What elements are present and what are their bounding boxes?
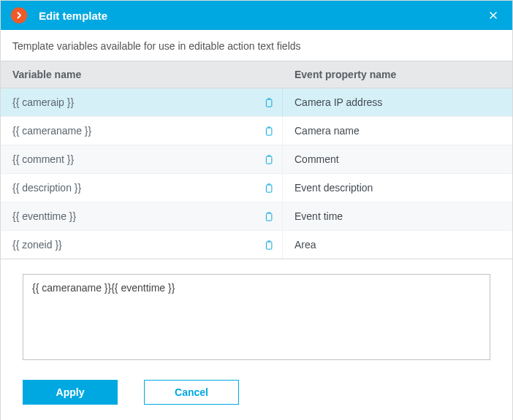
copy-button[interactable] (262, 181, 275, 194)
table-row[interactable]: {{ cameraip }} Camera IP address (1, 88, 512, 117)
variable-name: {{ cameraname }} (12, 125, 91, 137)
clipboard-icon (263, 154, 274, 165)
table-row[interactable]: {{ comment }} Comment (1, 145, 512, 174)
svg-rect-3 (266, 128, 272, 135)
edit-template-dialog: Edit template Template variables availab… (0, 0, 513, 420)
table-row[interactable]: {{ eventtime }} Event time (1, 202, 512, 231)
clipboard-icon (263, 240, 274, 251)
property-name: Event time (282, 202, 512, 230)
variable-name: {{ cameraip }} (12, 96, 74, 108)
property-name: Camera IP address (282, 88, 512, 116)
dialog-title: Edit template (39, 9, 484, 22)
copy-button[interactable] (262, 153, 275, 166)
template-editor[interactable] (23, 274, 490, 360)
property-name: Event description (282, 174, 512, 202)
copy-button[interactable] (262, 238, 275, 251)
svg-rect-7 (266, 242, 272, 249)
clipboard-icon (263, 126, 274, 137)
svg-rect-2 (266, 99, 272, 107)
editor-area (1, 259, 512, 362)
button-row: Apply Cancel (1, 362, 512, 420)
variable-name: {{ eventtime }} (12, 210, 76, 222)
close-button[interactable] (484, 7, 502, 24)
svg-rect-6 (266, 213, 272, 221)
column-header-property: Event property name (282, 61, 512, 88)
table-row[interactable]: {{ zoneid }} Area (1, 231, 512, 259)
property-name: Camera name (282, 117, 512, 145)
table-header: Variable name Event property name (1, 61, 512, 88)
clipboard-icon (263, 211, 274, 222)
apply-button[interactable]: Apply (23, 380, 118, 405)
table-row[interactable]: {{ cameraname }} Camera name (1, 117, 512, 145)
copy-button[interactable] (262, 210, 275, 223)
copy-button[interactable] (262, 124, 275, 137)
clipboard-icon (263, 183, 274, 194)
svg-rect-4 (266, 156, 272, 164)
cancel-button[interactable]: Cancel (144, 380, 239, 405)
property-name: Area (282, 231, 512, 259)
subheader-text: Template variables available for use in … (1, 30, 512, 61)
titlebar: Edit template (1, 1, 512, 30)
variable-name: {{ zoneid }} (12, 239, 62, 251)
chevron-right-icon (11, 7, 27, 23)
property-name: Comment (282, 145, 512, 173)
clipboard-icon (263, 97, 274, 108)
variable-name: {{ comment }} (12, 153, 74, 165)
column-header-variable: Variable name (1, 61, 282, 88)
table-row[interactable]: {{ description }} Event description (1, 174, 512, 202)
variables-table: Variable name Event property name {{ cam… (1, 61, 512, 259)
variable-name: {{ description }} (12, 182, 81, 194)
svg-rect-5 (266, 185, 272, 192)
copy-button[interactable] (262, 96, 275, 109)
close-icon (488, 10, 498, 20)
